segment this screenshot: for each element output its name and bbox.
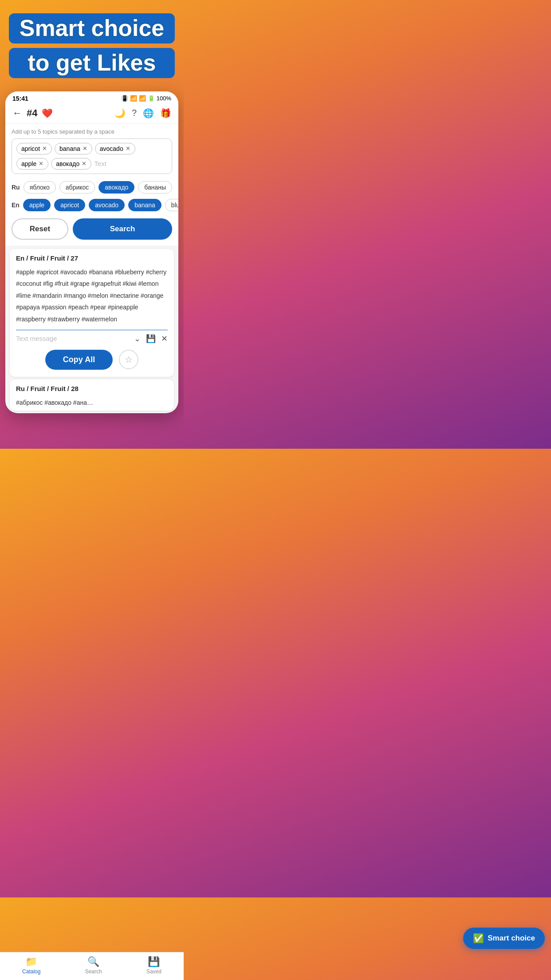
lang-row-ru: Ru яблоко абрикос авокадо бананы — [5, 178, 178, 196]
results-header-en: En / Fruit / Fruit / 27 — [16, 254, 168, 262]
tag-input-box[interactable]: apricot ✕ banana ✕ avocado ✕ apple ✕ аво… — [12, 138, 172, 174]
battery-icon: 🔋 — [148, 95, 155, 102]
lang-chip-blueb[interactable]: blueb… — [165, 199, 178, 211]
results-card-ru: Ru / Fruit / Fruit / 28 #абрикос #авокад… — [10, 379, 174, 411]
save-icon[interactable]: 💾 — [146, 334, 156, 344]
hashtags-ru: #абрикос #авокадо #ана… — [16, 397, 168, 409]
lang-chip-banany[interactable]: бананы — [138, 181, 172, 194]
copy-row: Copy All ☆ — [16, 345, 168, 371]
input-icons: ⌄ 💾 ✕ — [134, 334, 168, 344]
close-icon[interactable]: ✕ — [161, 334, 168, 344]
tag-chip-apricot[interactable]: apricot ✕ — [16, 143, 52, 154]
star-icon: ☆ — [125, 354, 133, 365]
hashtags-en: #apple #apricot #avocado #banana #bluebe… — [16, 266, 168, 325]
vibrate-icon: 📳 — [121, 95, 128, 102]
lang-row-en: En apple apricot avocado banana blueb… — [5, 196, 178, 214]
gift-icon[interactable]: 🎁 — [160, 108, 171, 119]
text-input[interactable]: Text message — [16, 335, 130, 342]
tag-chip-apple[interactable]: apple ✕ — [16, 158, 48, 170]
heart-icon: ❤️ — [42, 108, 53, 119]
search-button[interactable]: Search — [73, 218, 172, 240]
chevron-down-icon[interactable]: ⌄ — [134, 334, 141, 344]
wifi-icon: 📶 — [130, 95, 137, 102]
favorite-button[interactable]: ☆ — [119, 350, 138, 369]
copy-all-button[interactable]: Copy All — [45, 350, 113, 370]
tag-chip-banana[interactable]: banana ✕ — [55, 143, 92, 154]
hero-section: Smart choice to get Likes — [0, 0, 184, 87]
search-area: Add up to 5 topics separated by a space … — [5, 124, 178, 178]
results-card-en: En / Fruit / Fruit / 27 #apple #apricot … — [10, 249, 174, 377]
lang-chip-abrikoc[interactable]: абрикос — [59, 181, 95, 194]
remove-apricot-icon[interactable]: ✕ — [42, 145, 47, 152]
remove-banana-icon[interactable]: ✕ — [83, 145, 87, 152]
lang-chip-apple[interactable]: apple — [23, 199, 51, 211]
signal-icon: 📶 — [139, 95, 146, 102]
tag-input-placeholder[interactable]: Text — [94, 160, 106, 167]
hero-line1: Smart choice — [9, 13, 175, 43]
lang-chip-yabloko[interactable]: яблоко — [24, 181, 56, 194]
tag-chip-avocado[interactable]: avocado ✕ — [95, 143, 135, 154]
header-title: #4 — [27, 107, 37, 119]
header-right: 🌙 ? 🌐 🎁 — [114, 108, 171, 119]
tag-chip-avocado-ru[interactable]: авокадо ✕ — [51, 158, 91, 170]
lang-chip-avokado-ru[interactable]: авокадо — [98, 181, 134, 194]
buttons-row: Reset Search — [5, 214, 178, 246]
remove-avocado-icon[interactable]: ✕ — [126, 145, 130, 152]
lang-label-ru: Ru — [12, 184, 20, 191]
results-header-ru: Ru / Fruit / Fruit / 28 — [16, 385, 168, 392]
remove-avocado-ru-icon[interactable]: ✕ — [82, 160, 87, 167]
search-hint: Add up to 5 topics separated by a space — [12, 128, 172, 135]
globe-icon[interactable]: 🌐 — [143, 108, 154, 119]
battery-level: 100% — [157, 95, 171, 102]
text-input-row: Text message ⌄ 💾 ✕ — [16, 330, 168, 345]
status-icons: 📳 📶 📶 🔋 100% — [121, 95, 171, 102]
app-header: ← #4 ❤️ 🌙 ? 🌐 🎁 — [5, 104, 178, 124]
lang-chip-banana[interactable]: banana — [128, 199, 161, 211]
reset-button[interactable]: Reset — [12, 218, 68, 240]
status-time: 15:41 — [12, 95, 28, 102]
moon-icon[interactable]: 🌙 — [114, 108, 126, 119]
back-button[interactable]: ← — [12, 107, 22, 119]
divider — [10, 246, 174, 246]
hero-line2: to get Likes — [9, 48, 175, 78]
remove-apple-icon[interactable]: ✕ — [39, 160, 43, 167]
help-icon[interactable]: ? — [132, 108, 137, 118]
lang-label-en: En — [12, 202, 20, 209]
lang-chip-apricot[interactable]: apricot — [54, 199, 85, 211]
phone-card: 15:41 📳 📶 📶 🔋 100% ← #4 ❤️ 🌙 ? 🌐 🎁 Add u… — [5, 91, 178, 413]
status-bar: 15:41 📳 📶 📶 🔋 100% — [5, 91, 178, 104]
header-left: ← #4 ❤️ — [12, 107, 53, 119]
lang-chip-avocado-en[interactable]: avocado — [89, 199, 125, 211]
